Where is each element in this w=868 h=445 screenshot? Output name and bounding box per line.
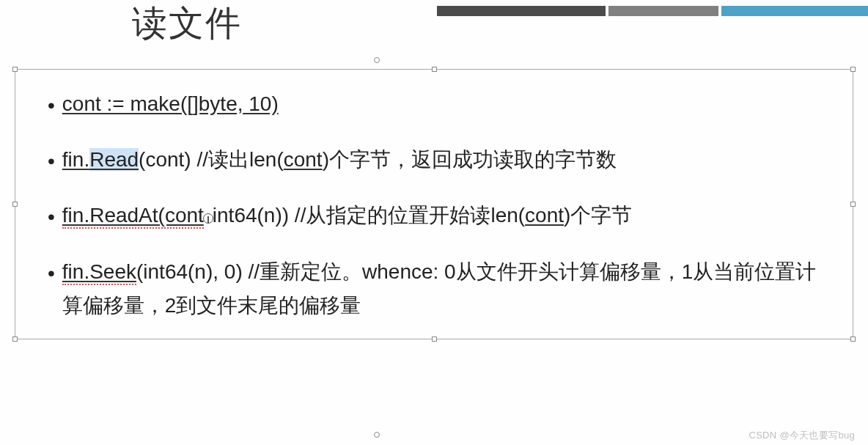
list-item: • fin.Seek(int64(n), 0) //重新定位。whence: 0… [48, 255, 829, 323]
resize-handle-ne[interactable] [850, 67, 856, 72]
rotate-handle-icon[interactable] [374, 57, 380, 63]
list-item: • cont := make([]byte, 10) [48, 87, 829, 122]
text: )个字节，返回成功读取的字节数 [323, 148, 617, 171]
code-text: fin.Seek [62, 260, 136, 285]
text: (int64(n), 0) //重新定位。whence: 0从文件开头计算偏移量… [62, 260, 816, 317]
text-cursor-icon [203, 213, 213, 224]
header-bars [437, 6, 868, 16]
li-text: cont := make([]byte, 10) [62, 87, 829, 121]
resize-handle-n[interactable] [432, 67, 437, 72]
resize-handle-sw[interactable] [12, 336, 18, 342]
bar-dark [437, 6, 606, 16]
bullet-list: • cont := make([]byte, 10) • fin.Read(co… [48, 87, 829, 323]
resize-handle-s[interactable] [432, 336, 437, 342]
code-text: fin.ReadAt(cont [62, 204, 204, 229]
li-text: fin.ReadAt(contint64(n)) //从指定的位置开始读len(… [62, 199, 829, 232]
watermark-text: CSDN @今天也要写bug [749, 429, 855, 442]
bullet-icon: • [48, 89, 55, 122]
text: fin. [62, 148, 89, 171]
resize-handle-nw[interactable] [12, 67, 18, 72]
bullet-icon: • [48, 257, 55, 290]
code-text: fin.Read [62, 148, 139, 171]
list-item: • fin.Read(cont) //读出len(cont)个字节，返回成功读取… [48, 143, 829, 178]
text: )个字节 [564, 204, 632, 227]
resize-handle-w[interactable] [12, 202, 18, 207]
li-text: fin.Seek(int64(n), 0) //重新定位。whence: 0从文… [62, 255, 829, 323]
resize-handle-se[interactable] [850, 336, 856, 342]
code-text: cont := make([]byte, 10) [62, 92, 279, 115]
bullet-icon: • [48, 200, 55, 234]
rotate-handle-bottom-icon[interactable] [374, 432, 380, 438]
code-text: cont [284, 148, 323, 171]
bullet-icon: • [48, 144, 55, 178]
selection-highlight: Read [89, 148, 139, 171]
slide-title: 读文件 [132, 0, 242, 47]
resize-handle-e[interactable] [850, 202, 856, 207]
textbox-selected[interactable]: • cont := make([]byte, 10) • fin.Read(co… [15, 69, 853, 339]
li-text: fin.Read(cont) //读出len(cont)个字节，返回成功读取的字… [62, 143, 829, 177]
slide-header: 读文件 [0, 0, 868, 59]
list-item: • fin.ReadAt(contint64(n)) //从指定的位置开始读le… [48, 199, 829, 234]
code-text: cont [525, 204, 564, 227]
text: int64(n)) //从指定的位置开始读len( [213, 204, 525, 227]
bar-blue [721, 6, 868, 16]
bar-gray [608, 6, 718, 16]
text: (cont) //读出len( [139, 148, 284, 171]
